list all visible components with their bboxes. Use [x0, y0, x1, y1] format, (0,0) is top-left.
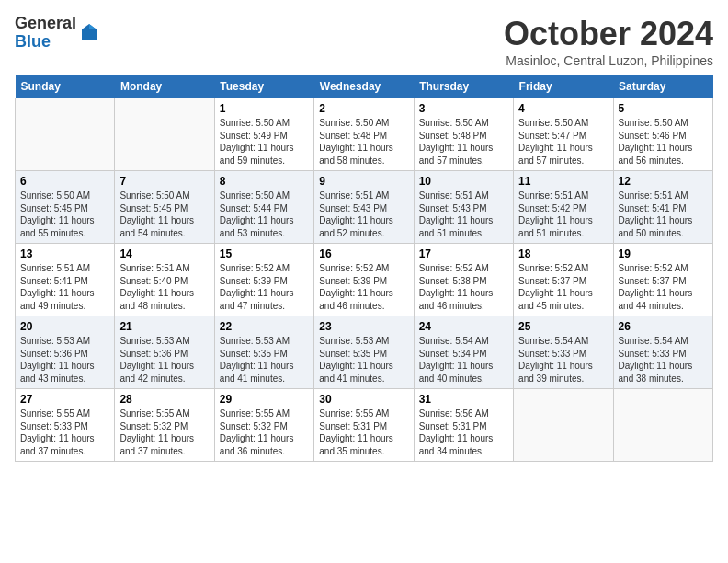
date-number: 13 — [20, 247, 109, 260]
cell-info: Sunrise: 5:52 AMSunset: 5:37 PMDaylight:… — [619, 262, 708, 312]
date-number: 23 — [319, 320, 408, 333]
date-number: 7 — [119, 175, 209, 188]
calendar-cell: 10Sunrise: 5:51 AMSunset: 5:43 PMDayligh… — [414, 171, 513, 244]
calendar-cell: 25Sunrise: 5:54 AMSunset: 5:33 PMDayligh… — [514, 316, 613, 389]
date-number: 17 — [419, 247, 508, 260]
cell-info: Sunrise: 5:53 AMSunset: 5:36 PMDaylight:… — [20, 335, 109, 385]
cell-info: Sunrise: 5:50 AMSunset: 5:44 PMDaylight:… — [220, 190, 309, 239]
calendar-cell — [115, 98, 214, 171]
header-monday: Monday — [115, 75, 214, 98]
cell-info: Sunrise: 5:51 AMSunset: 5:43 PMDaylight:… — [419, 190, 508, 239]
cell-info: Sunrise: 5:56 AMSunset: 5:31 PMDaylight:… — [419, 408, 508, 457]
date-number: 25 — [518, 320, 608, 333]
calendar-week-5: 27Sunrise: 5:55 AMSunset: 5:33 PMDayligh… — [16, 389, 713, 462]
cell-info: Sunrise: 5:50 AMSunset: 5:48 PMDaylight:… — [319, 117, 408, 167]
calendar-cell: 22Sunrise: 5:53 AMSunset: 5:35 PMDayligh… — [214, 316, 313, 389]
date-number: 14 — [119, 247, 209, 260]
calendar-cell: 19Sunrise: 5:52 AMSunset: 5:37 PMDayligh… — [613, 244, 712, 316]
calendar-cell: 26Sunrise: 5:54 AMSunset: 5:33 PMDayligh… — [613, 316, 712, 389]
logo-general-text: General — [15, 15, 76, 33]
calendar-cell — [613, 389, 712, 462]
calendar-cell — [16, 98, 115, 171]
calendar-cell: 23Sunrise: 5:53 AMSunset: 5:35 PMDayligh… — [314, 316, 414, 389]
calendar-week-1: 1Sunrise: 5:50 AMSunset: 5:49 PMDaylight… — [16, 98, 713, 171]
header-wednesday: Wednesday — [314, 75, 414, 98]
cell-info: Sunrise: 5:55 AMSunset: 5:32 PMDaylight:… — [220, 408, 309, 457]
calendar-cell: 17Sunrise: 5:52 AMSunset: 5:38 PMDayligh… — [414, 244, 513, 316]
date-number: 9 — [319, 175, 408, 188]
cell-info: Sunrise: 5:54 AMSunset: 5:34 PMDaylight:… — [419, 335, 508, 385]
month-title: October 2024 — [504, 15, 713, 53]
calendar-cell: 20Sunrise: 5:53 AMSunset: 5:36 PMDayligh… — [16, 316, 115, 389]
date-number: 20 — [20, 320, 109, 333]
calendar-cell: 13Sunrise: 5:51 AMSunset: 5:41 PMDayligh… — [16, 244, 115, 316]
date-number: 22 — [220, 320, 309, 333]
calendar-cell: 16Sunrise: 5:52 AMSunset: 5:39 PMDayligh… — [314, 244, 414, 316]
calendar-week-3: 13Sunrise: 5:51 AMSunset: 5:41 PMDayligh… — [16, 244, 713, 316]
logo: General Blue — [15, 15, 100, 52]
date-number: 5 — [619, 102, 708, 115]
cell-info: Sunrise: 5:55 AMSunset: 5:32 PMDaylight:… — [119, 408, 209, 457]
calendar-cell: 29Sunrise: 5:55 AMSunset: 5:32 PMDayligh… — [214, 389, 313, 462]
date-number: 8 — [220, 175, 309, 188]
date-number: 28 — [119, 393, 209, 406]
calendar-cell: 1Sunrise: 5:50 AMSunset: 5:49 PMDaylight… — [214, 98, 313, 171]
cell-info: Sunrise: 5:50 AMSunset: 5:48 PMDaylight:… — [419, 117, 508, 167]
cell-info: Sunrise: 5:52 AMSunset: 5:38 PMDaylight:… — [419, 262, 508, 312]
page-header: General Blue October 2024 Masinloc, Cent… — [15, 15, 713, 68]
calendar-week-4: 20Sunrise: 5:53 AMSunset: 5:36 PMDayligh… — [16, 316, 713, 389]
cell-info: Sunrise: 5:51 AMSunset: 5:40 PMDaylight:… — [119, 262, 209, 312]
header-tuesday: Tuesday — [214, 75, 313, 98]
cell-info: Sunrise: 5:54 AMSunset: 5:33 PMDaylight:… — [518, 335, 608, 385]
calendar-cell: 6Sunrise: 5:50 AMSunset: 5:45 PMDaylight… — [16, 171, 115, 244]
cell-info: Sunrise: 5:55 AMSunset: 5:31 PMDaylight:… — [319, 408, 408, 457]
calendar-cell: 15Sunrise: 5:52 AMSunset: 5:39 PMDayligh… — [214, 244, 313, 316]
calendar-cell: 31Sunrise: 5:56 AMSunset: 5:31 PMDayligh… — [414, 389, 513, 462]
cell-info: Sunrise: 5:51 AMSunset: 5:41 PMDaylight:… — [619, 190, 708, 239]
cell-info: Sunrise: 5:54 AMSunset: 5:33 PMDaylight:… — [619, 335, 708, 385]
cell-info: Sunrise: 5:55 AMSunset: 5:33 PMDaylight:… — [20, 408, 109, 457]
calendar-cell: 8Sunrise: 5:50 AMSunset: 5:44 PMDaylight… — [214, 171, 313, 244]
calendar-cell: 9Sunrise: 5:51 AMSunset: 5:43 PMDaylight… — [314, 171, 414, 244]
date-number: 30 — [319, 393, 408, 406]
header-saturday: Saturday — [613, 75, 712, 98]
calendar-cell: 27Sunrise: 5:55 AMSunset: 5:33 PMDayligh… — [16, 389, 115, 462]
location-text: Masinloc, Central Luzon, Philippines — [504, 53, 713, 68]
title-section: October 2024 Masinloc, Central Luzon, Ph… — [504, 15, 713, 68]
cell-info: Sunrise: 5:50 AMSunset: 5:46 PMDaylight:… — [619, 117, 708, 167]
calendar-cell — [514, 389, 613, 462]
date-number: 21 — [119, 320, 209, 333]
cell-info: Sunrise: 5:53 AMSunset: 5:36 PMDaylight:… — [119, 335, 209, 385]
date-number: 27 — [20, 393, 109, 406]
cell-info: Sunrise: 5:50 AMSunset: 5:45 PMDaylight:… — [20, 190, 109, 239]
date-number: 24 — [419, 320, 508, 333]
cell-info: Sunrise: 5:51 AMSunset: 5:43 PMDaylight:… — [319, 190, 408, 239]
logo-icon — [78, 22, 100, 44]
cell-info: Sunrise: 5:52 AMSunset: 5:39 PMDaylight:… — [319, 262, 408, 312]
date-number: 4 — [518, 102, 608, 115]
cell-info: Sunrise: 5:51 AMSunset: 5:42 PMDaylight:… — [518, 190, 608, 239]
date-number: 2 — [319, 102, 408, 115]
date-number: 18 — [518, 247, 608, 260]
header-row: Sunday Monday Tuesday Wednesday Thursday… — [16, 75, 713, 98]
cell-info: Sunrise: 5:52 AMSunset: 5:39 PMDaylight:… — [220, 262, 309, 312]
calendar-table: Sunday Monday Tuesday Wednesday Thursday… — [15, 75, 713, 462]
calendar-cell: 30Sunrise: 5:55 AMSunset: 5:31 PMDayligh… — [314, 389, 414, 462]
calendar-cell: 7Sunrise: 5:50 AMSunset: 5:45 PMDaylight… — [115, 171, 214, 244]
calendar-cell: 12Sunrise: 5:51 AMSunset: 5:41 PMDayligh… — [613, 171, 712, 244]
header-thursday: Thursday — [414, 75, 513, 98]
cell-info: Sunrise: 5:53 AMSunset: 5:35 PMDaylight:… — [319, 335, 408, 385]
calendar-cell: 14Sunrise: 5:51 AMSunset: 5:40 PMDayligh… — [115, 244, 214, 316]
date-number: 1 — [220, 102, 309, 115]
date-number: 19 — [619, 247, 708, 260]
date-number: 3 — [419, 102, 508, 115]
date-number: 15 — [220, 247, 309, 260]
header-friday: Friday — [514, 75, 613, 98]
cell-info: Sunrise: 5:50 AMSunset: 5:49 PMDaylight:… — [220, 117, 309, 167]
calendar-cell: 28Sunrise: 5:55 AMSunset: 5:32 PMDayligh… — [115, 389, 214, 462]
date-number: 11 — [518, 175, 608, 188]
date-number: 10 — [419, 175, 508, 188]
calendar-cell: 2Sunrise: 5:50 AMSunset: 5:48 PMDaylight… — [314, 98, 414, 171]
date-number: 29 — [220, 393, 309, 406]
calendar-cell: 24Sunrise: 5:54 AMSunset: 5:34 PMDayligh… — [414, 316, 513, 389]
